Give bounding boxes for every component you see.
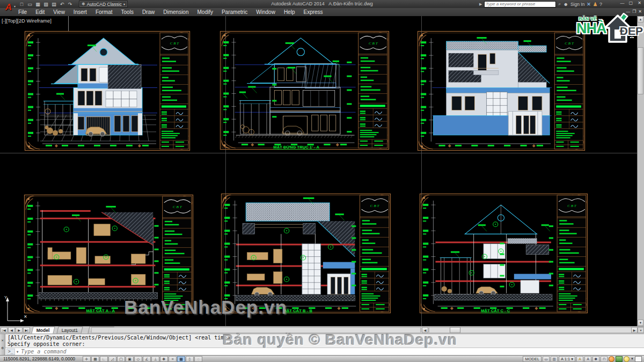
tab-prev-icon[interactable]: ◀ [8,327,15,333]
toolbar-lock-icon[interactable]: ⊓ [601,356,608,362]
selection-cycling-toggle[interactable]: ◌ [194,356,202,362]
brand-word-nha: NHÀ [576,20,606,37]
infocenter: ▶ ⌕ ☻ Sign In ✕ ♟ ? [479,1,602,8]
hardware-acceleration-icon[interactable] [624,356,630,362]
menu-format[interactable]: Format [91,9,117,15]
menu-tools[interactable]: Tools [117,9,138,15]
annotation-autoscale-icon[interactable]: A [584,356,591,362]
window-controls: — ▢ ✕ [619,1,643,5]
new-icon[interactable]: □ [18,2,25,7]
redo-icon[interactable]: ↷ [67,2,74,7]
workspace-label: AutoCAD Classic [87,2,122,7]
performance-icon[interactable] [609,356,614,362]
tab-last-icon[interactable]: ▶| [23,327,30,333]
drawing-line-horizontal [0,153,638,153]
autocad-app-icon[interactable]: A [2,0,16,15]
model-space-button[interactable]: MODEL [523,356,541,362]
transparency-toggle[interactable]: ▩ [177,356,185,362]
workspace-dropdown[interactable]: ✱ AutoCAD Classic ▾ [79,1,128,8]
svg-text:MẶT CẮT A - A: MẶT CẮT A - A [86,308,115,313]
menu-view[interactable]: View [49,9,69,15]
menu-modify[interactable]: Modify [193,9,217,15]
svg-text:C B T: C B T [370,204,380,208]
tab-layout1[interactable]: Layout1 [56,327,83,334]
snap-toggle[interactable]: ✛ [83,356,91,362]
exchange-apps-icon[interactable]: ✕ [587,2,591,7]
isolate-objects-icon[interactable] [616,356,623,362]
menu-edit[interactable]: Edit [31,9,49,15]
hscroll-right-icon[interactable]: ▶ [631,327,638,333]
quick-properties-toggle[interactable]: ▯ [186,356,194,362]
svg-text:C B T: C B T [170,41,179,46]
help-icon[interactable]: ? [599,2,602,7]
lineweight-toggle[interactable]: ≡ [169,356,177,362]
drawing-line-short [68,16,69,31]
dynamic-input-toggle[interactable]: ✚ [160,356,168,362]
window-title: Autodesk AutoCAD 2014 A.Đàn-Kiến trúc.dw… [161,1,483,6]
coordinates-display[interactable]: 115006.8291, 229888.6149, 0.0000 [3,356,83,361]
workspace-caret-icon: ▾ [123,2,125,6]
grid-toggle[interactable]: ▦ [91,356,99,362]
menu-help[interactable]: Help [280,9,299,15]
clean-screen-icon[interactable] [635,356,642,362]
scroll-down-icon[interactable]: ▼ [638,320,643,326]
search-binoculars-icon[interactable]: ⌕ [558,1,561,7]
3d-osnap-toggle[interactable]: ◇ [134,356,142,362]
command-recent-icon[interactable]: ▼ [17,350,19,353]
isodraft-toggle[interactable]: ▢ [117,356,125,362]
workspace-gear-icon: ✱ [82,2,85,6]
command-window: ✕ ⚙ [All/Center/Dynamic/Extents/Previous… [0,334,644,355]
svg-text:MẶT CẮT B - B: MẶT CẮT B - B [283,308,312,313]
command-close-icon[interactable]: ✕ [0,338,5,343]
vscroll-thumb[interactable] [638,47,643,94]
undo-icon[interactable]: ↶ [58,2,65,7]
save-as-icon[interactable]: ▧ [42,2,49,7]
close-button[interactable]: ✕ [636,1,643,5]
quick-view-layouts-icon[interactable]: ▥ [551,356,558,362]
svg-text:C B T: C B T [173,205,182,209]
otrack-toggle[interactable]: ∠ [143,356,151,362]
search-input[interactable] [484,1,556,8]
menu-parametric[interactable]: Parametric [217,9,252,15]
autodesk360-icon[interactable]: ♟ [593,2,597,7]
ortho-toggle[interactable]: ∟ [100,356,108,362]
annotation-visibility-icon[interactable]: A [576,356,583,362]
save-icon[interactable]: ▦ [34,2,41,7]
user-icon: ☻ [563,2,568,7]
osnap-toggle[interactable]: ▣ [126,356,134,362]
viewport-controls-label[interactable]: [-][Top][2D Wireframe] [2,18,52,24]
print-icon[interactable]: ▤ [50,2,57,7]
workspace-switch-icon[interactable]: ✱ [592,356,599,362]
menu-window[interactable]: Window [252,9,280,15]
command-input[interactable] [20,348,644,355]
open-icon[interactable]: ▭ [26,2,33,7]
infocenter-collapse-icon[interactable]: ▶ [479,2,482,6]
command-history-line: Specify opposite corner: [8,341,233,348]
vertical-scrollbar[interactable]: ▲ ▼ [637,16,644,326]
layout-icon[interactable]: ▭ [543,356,550,362]
annotation-scale-button[interactable]: A 1:1 ▾ [559,356,575,362]
menu-file[interactable]: File [14,9,31,15]
command-window-grip[interactable]: ✕ ⚙ [0,334,5,356]
status-menu-caret-icon[interactable]: ▼ [631,357,634,360]
command-history: [All/Center/Dynamic/Extents/Previous/Sca… [8,335,233,348]
menu-draw[interactable]: Draw [138,9,159,15]
tab-next-icon[interactable]: ▶ [16,327,23,333]
command-history-line: [All/Center/Dynamic/Extents/Previous/Sca… [8,335,233,341]
menu-dimension[interactable]: Dimension [159,9,193,15]
minimize-button[interactable]: — [619,1,626,5]
drawing-canvas[interactable]: [-][Top][2D Wireframe] C B T C B TMẶT ĐỨ… [0,16,644,326]
sheet-elevFlat: C B T [417,31,586,152]
command-prompt-icon: >_ [6,349,15,355]
ducs-toggle[interactable]: ⊥ [151,356,159,362]
polar-toggle[interactable]: ◿ [108,356,116,362]
tab-model[interactable]: Model [31,327,55,334]
sign-in-link[interactable]: Sign In [570,2,584,7]
tab-first-icon[interactable]: |◀ [1,327,8,333]
status-toggles: ✛▦∟◿▢▣◇∠⊥✚≡▩▯◌ [83,356,202,362]
maximize-button[interactable]: ▢ [627,1,634,5]
command-tools-icon[interactable]: ⚙ [0,346,5,350]
menu-express[interactable]: Express [299,9,327,15]
svg-text:MẶT ĐỨNG TRỤC 1' - A: MẶT ĐỨNG TRỤC 1' - A [273,145,319,150]
menu-insert[interactable]: Insert [69,9,91,15]
